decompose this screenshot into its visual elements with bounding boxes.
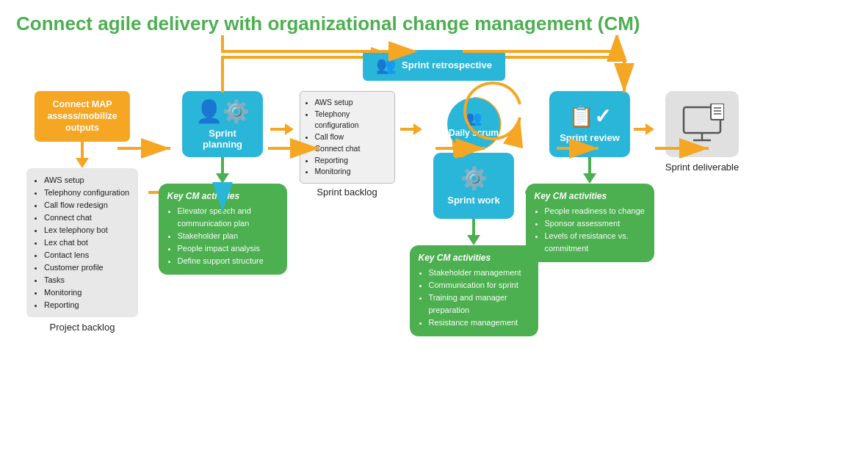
diagram-area: 👥 Sprint retrospective Connect MAP asses… xyxy=(16,48,852,336)
arrow-to-deliverable xyxy=(634,123,654,135)
sprint-review-box: 📋✓ Sprint review xyxy=(549,91,630,157)
sprint-backlog-item: Telephony configuration xyxy=(315,109,388,132)
project-backlog-column: Connect MAP assess/mobilize outputs AWS … xyxy=(16,91,148,333)
cm-work-item: Training and manager preparation xyxy=(429,292,529,317)
top-row: 👥 Sprint retrospective xyxy=(16,48,852,85)
backlog-item: Tasks xyxy=(44,274,131,286)
cm-review-box: Key CM activities People readiness to ch… xyxy=(526,184,654,262)
daily-scrum-box: 👥 Daily scrum xyxy=(447,98,500,151)
daily-scrum-icon: 👥 xyxy=(466,110,482,126)
cm-review-item: Sponsor assessment xyxy=(545,217,645,230)
backlog-item: Lex chat bot xyxy=(44,236,131,249)
backlog-item: Call flow redesign xyxy=(44,199,131,212)
cm-planning-item: Elevator speech and communication plan xyxy=(178,205,278,230)
sprint-review-icon: 📋✓ xyxy=(568,104,611,129)
cm-planning-box: Key CM activities Elevator speech and co… xyxy=(159,184,287,275)
sprint-backlog-items: AWS setup Telephony configuration Call f… xyxy=(306,97,388,178)
cm-planning-items: Elevator speech and communication plan S… xyxy=(167,205,278,267)
cm-work-box: Key CM activities Stakeholder management… xyxy=(410,245,538,336)
retrospective-icon: 👥 xyxy=(376,56,396,75)
backlog-item: AWS setup xyxy=(44,174,131,187)
green-connector-review xyxy=(583,157,596,184)
sprint-backlog-item: AWS setup xyxy=(315,97,388,109)
cm-review-title: Key CM activities xyxy=(535,191,645,201)
project-backlog-list: AWS setup Telephony configuration Call f… xyxy=(26,168,138,318)
arrow-to-work xyxy=(400,123,422,135)
main-diagram-row: Connect MAP assess/mobilize outputs AWS … xyxy=(16,91,852,336)
cm-review-items: People readiness to change Sponsor asses… xyxy=(535,205,645,255)
cm-work-item: Resistance management xyxy=(429,317,529,329)
green-connector-work xyxy=(467,219,480,245)
backlog-item: Reporting xyxy=(44,299,131,311)
sprint-backlog-label: Sprint backlog xyxy=(317,187,377,198)
backlog-item: Customer profile xyxy=(44,261,131,274)
cm-work-items: Stakeholder management Communication for… xyxy=(419,267,529,329)
daily-scrum-area: 👥 Daily scrum xyxy=(441,91,507,150)
sprint-planning-column: 👤⚙️ Sprint planning Key CM activities El… xyxy=(175,91,270,275)
sprint-planning-box: 👤⚙️ Sprint planning xyxy=(182,91,263,157)
sprint-backlog-column: AWS setup Telephony configuration Call f… xyxy=(294,91,400,198)
down-arrow-orange xyxy=(76,142,89,168)
green-connector-planning xyxy=(216,157,229,184)
sprint-planning-icon: 👤⚙️ xyxy=(195,98,250,124)
cm-review-item: People readiness to change xyxy=(545,205,645,217)
cm-planning-item: Stakeholder plan xyxy=(178,230,278,242)
sprint-backlog-item: Monitoring xyxy=(315,166,388,178)
sprint-backlog-item: Reporting xyxy=(315,155,388,167)
page-title: Connect agile delivery with organization… xyxy=(16,13,852,35)
deliverable-icon xyxy=(680,104,724,144)
cm-planning-item: People impact analysis xyxy=(178,242,278,255)
sprint-review-column: 📋✓ Sprint review Key CM activities Peopl… xyxy=(546,91,634,262)
cm-work-title: Key CM activities xyxy=(419,253,529,263)
sprint-deliverable-label: Sprint deliverable xyxy=(665,162,739,173)
sprint-work-column: 👥 Daily scrum ⚙️ Sprint work Key CM acti… xyxy=(422,91,525,336)
arrow-to-backlog xyxy=(270,123,294,135)
backlog-item: Contact lens xyxy=(44,249,131,261)
cm-planning-item: Define support structure xyxy=(178,255,278,267)
cm-review-item: Levels of resistance vs. commitment xyxy=(545,230,645,255)
backlog-item: Telephony configuration xyxy=(44,187,131,199)
cm-planning-title: Key CM activities xyxy=(167,191,278,201)
backlog-item: Connect chat xyxy=(44,212,131,224)
daily-scrum-circle: 👥 Daily scrum xyxy=(441,91,507,157)
cm-work-item: Communication for sprint xyxy=(429,279,529,292)
svg-rect-14 xyxy=(711,104,724,120)
sprint-backlog-item: Connect chat xyxy=(315,143,388,155)
backlog-item: Lex telephony bot xyxy=(44,224,131,236)
backlog-item: Monitoring xyxy=(44,286,131,299)
sprint-deliverable-box xyxy=(665,91,739,157)
connect-map-box: Connect MAP assess/mobilize outputs xyxy=(35,91,130,142)
sprint-work-icon: ⚙️ xyxy=(460,165,488,191)
cm-work-item: Stakeholder management xyxy=(429,267,529,279)
sprint-retrospective-box: 👥 Sprint retrospective xyxy=(363,50,505,81)
sprint-backlog-item: Call flow xyxy=(315,131,388,143)
backlog-items: AWS setup Telephony configuration Call f… xyxy=(34,174,131,312)
sprint-deliverable-column: Sprint deliverable xyxy=(654,91,750,173)
sprint-work-box: ⚙️ Sprint work xyxy=(433,153,514,219)
project-backlog-label: Project backlog xyxy=(50,322,115,333)
sprint-backlog-list: AWS setup Telephony configuration Call f… xyxy=(300,91,395,184)
